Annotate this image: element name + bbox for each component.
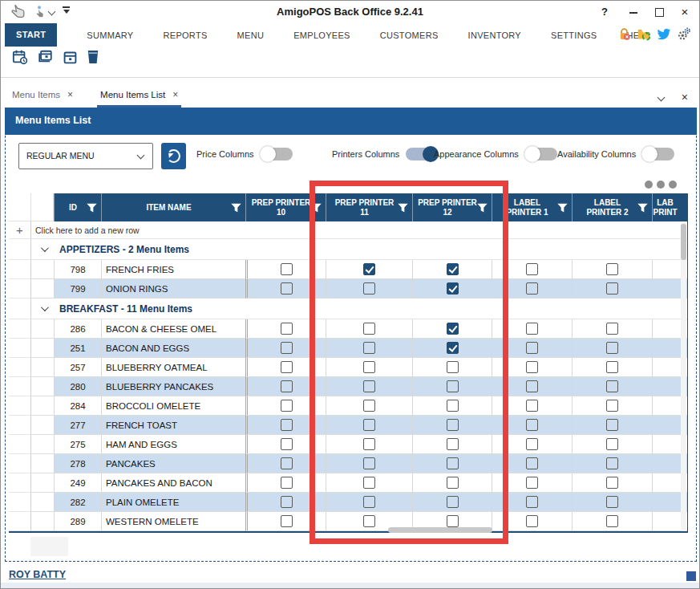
checkbox-p11[interactable] bbox=[363, 477, 375, 489]
checkbox-p12[interactable] bbox=[447, 342, 459, 354]
checkbox-l1[interactable] bbox=[526, 438, 538, 450]
vertical-scrollbar-thumb[interactable] bbox=[681, 224, 686, 260]
checkbox-l2[interactable] bbox=[606, 457, 618, 469]
checkbox-p10[interactable] bbox=[281, 323, 293, 335]
folder-sync-icon[interactable] bbox=[637, 27, 651, 41]
calendar-icon[interactable] bbox=[63, 50, 78, 65]
checkbox-l2[interactable] bbox=[606, 263, 618, 275]
checkbox-p12[interactable] bbox=[447, 380, 459, 392]
checkbox-p11[interactable] bbox=[363, 496, 375, 508]
checkbox-p11[interactable] bbox=[363, 263, 375, 275]
checkbox-l1[interactable] bbox=[526, 380, 538, 392]
checkbox-p10[interactable] bbox=[281, 419, 293, 431]
checkbox-l2[interactable] bbox=[606, 419, 618, 431]
column-header-l2[interactable]: LABEL PRINTER 2 bbox=[572, 193, 652, 221]
checkbox-l2[interactable] bbox=[606, 400, 618, 412]
checkbox-p12[interactable] bbox=[447, 496, 459, 508]
column-header-name[interactable]: ITEM NAME bbox=[101, 193, 245, 221]
checkbox-p12[interactable] bbox=[447, 457, 459, 469]
checkbox-p12[interactable] bbox=[447, 282, 459, 294]
group-row[interactable]: APPETIZERS - 2 Menu Items bbox=[9, 239, 687, 260]
checkbox-p11[interactable] bbox=[363, 380, 375, 392]
checkbox-p10[interactable] bbox=[281, 438, 293, 450]
checkbox-p11[interactable] bbox=[363, 438, 375, 450]
table-row[interactable]: 277FRENCH TOAST bbox=[9, 416, 687, 435]
checkbox-p10[interactable] bbox=[281, 263, 293, 275]
toggle-availability-columns[interactable] bbox=[642, 148, 674, 160]
table-row[interactable]: 799ONION RINGS bbox=[9, 279, 687, 299]
table-row[interactable]: 286BACON & CHEESE OMEL bbox=[9, 319, 687, 339]
checkbox-l2[interactable] bbox=[606, 282, 618, 294]
column-header-p11[interactable]: PREP PRINTER 11 bbox=[326, 193, 412, 221]
checkbox-p12[interactable] bbox=[447, 323, 459, 335]
checkbox-p10[interactable] bbox=[281, 342, 293, 354]
checkbox-l1[interactable] bbox=[526, 263, 538, 275]
checkbox-p10[interactable] bbox=[281, 496, 293, 508]
table-row[interactable]: 289WESTERN OMELETE bbox=[9, 512, 687, 531]
checkbox-p12[interactable] bbox=[447, 438, 459, 450]
table-row[interactable]: 257BLUEBERRY OATMEAL bbox=[9, 358, 687, 377]
resize-grip[interactable] bbox=[686, 571, 696, 581]
menu-item-settings[interactable]: SETTINGS bbox=[551, 30, 597, 40]
checkbox-p12[interactable] bbox=[447, 515, 459, 527]
checkbox-l1[interactable] bbox=[526, 496, 538, 508]
twitter-icon[interactable] bbox=[657, 28, 671, 41]
checkbox-l1[interactable] bbox=[526, 282, 538, 294]
column-header-p12[interactable]: PREP PRINTER 12 bbox=[412, 193, 492, 221]
beverage-icon[interactable] bbox=[87, 49, 99, 65]
checkbox-l2[interactable] bbox=[606, 342, 618, 354]
close-button[interactable]: × bbox=[677, 5, 693, 19]
menu-item-customers[interactable]: CUSTOMERS bbox=[380, 30, 439, 40]
menu-item-summary[interactable]: SUMMARY bbox=[87, 30, 133, 40]
table-row[interactable]: 278PANCAKES bbox=[9, 454, 687, 473]
menu-item-menu[interactable]: MENU bbox=[237, 30, 265, 40]
menu-filter-dropdown[interactable]: REGULAR MENU bbox=[18, 143, 153, 169]
table-row[interactable]: 798FRENCH FRIES bbox=[9, 260, 687, 279]
current-user-link[interactable]: ROY BATTY bbox=[9, 569, 66, 580]
table-row[interactable]: 284BROCCOLI OMELETE bbox=[9, 396, 687, 416]
lock-icon[interactable] bbox=[617, 27, 631, 41]
checkbox-l2[interactable] bbox=[606, 515, 618, 527]
table-row[interactable]: 249PANCAKES AND BACON bbox=[9, 473, 687, 493]
tab-list-chevron-icon[interactable] bbox=[657, 93, 665, 101]
toggle-appearance-columns[interactable] bbox=[525, 148, 557, 160]
menu-item-inventory[interactable]: INVENTORY bbox=[468, 30, 521, 40]
collapse-chevron-icon[interactable] bbox=[41, 303, 49, 311]
column-header-l1[interactable]: LABEL PRINTER 1 bbox=[492, 193, 572, 221]
checkbox-p11[interactable] bbox=[363, 282, 375, 294]
checkbox-l1[interactable] bbox=[526, 361, 538, 373]
horizontal-scrollbar-thumb[interactable] bbox=[388, 527, 492, 533]
checkbox-l2[interactable] bbox=[606, 380, 618, 392]
checkbox-l2[interactable] bbox=[606, 477, 618, 489]
tab-close-icon[interactable]: × bbox=[682, 91, 688, 104]
add-row-text[interactable]: Click here to add a new row bbox=[31, 221, 687, 239]
menu-item-start[interactable]: START bbox=[5, 23, 57, 47]
checkbox-p10[interactable] bbox=[281, 477, 293, 489]
calendar-stack-icon[interactable] bbox=[37, 49, 54, 65]
checkbox-p10[interactable] bbox=[281, 400, 293, 412]
table-row[interactable]: 280BLUEBERRY PANCAKES bbox=[9, 377, 687, 396]
minimize-button[interactable] bbox=[625, 5, 641, 19]
checkbox-p10[interactable] bbox=[281, 457, 293, 469]
toggle-price-columns[interactable] bbox=[261, 148, 293, 160]
checkbox-p10[interactable] bbox=[281, 282, 293, 294]
tab-close-icon[interactable]: × bbox=[67, 89, 73, 100]
checkbox-p12[interactable] bbox=[447, 400, 459, 412]
checkbox-p11[interactable] bbox=[363, 323, 375, 335]
menu-item-employees[interactable]: EMPLOYEES bbox=[293, 30, 350, 40]
ellipsis-menu[interactable] bbox=[645, 181, 677, 189]
checkbox-p12[interactable] bbox=[447, 477, 459, 489]
checkbox-l2[interactable] bbox=[606, 496, 618, 508]
checkbox-l1[interactable] bbox=[526, 419, 538, 431]
table-row[interactable]: 251BACON AND EGGS bbox=[9, 339, 687, 358]
help-button[interactable]: ? bbox=[597, 5, 613, 19]
tab-close-icon[interactable]: × bbox=[172, 89, 178, 100]
checkbox-l2[interactable] bbox=[606, 323, 618, 335]
maximize-button[interactable] bbox=[651, 5, 667, 19]
menu-item-reports[interactable]: REPORTS bbox=[164, 30, 208, 40]
group-row[interactable]: BREAKFAST - 11 Menu Items bbox=[9, 299, 687, 319]
collapse-chevron-icon[interactable] bbox=[41, 244, 49, 252]
checkbox-l1[interactable] bbox=[526, 400, 538, 412]
table-row[interactable]: 282PLAIN OMELETE bbox=[9, 493, 687, 512]
checkbox-l1[interactable] bbox=[526, 323, 538, 335]
